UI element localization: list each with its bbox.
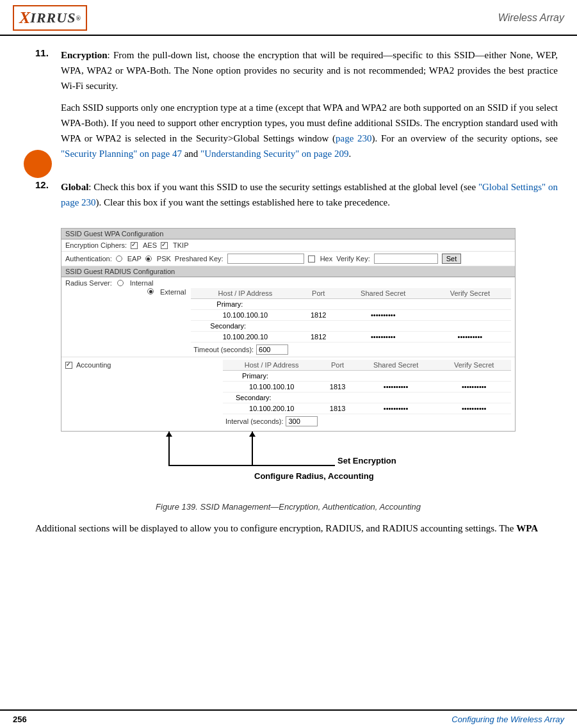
ss-verify-key-input[interactable] [374,254,438,264]
table-row: Secondary: [191,321,511,332]
arrow-h1 [252,465,335,466]
page-header: XIRRUS® Wireless Array [0,0,577,36]
ss-accounting-area: Accounting Host / IP Address Port Shared… [61,357,515,431]
item-12-text1: : Check this box if you want this SSID t… [88,182,478,192]
ss-port2-cell: 1812 [300,332,337,343]
ss-radius-server-area: Radius Server: Internal External [61,277,515,357]
ss-empty-shared1 [429,299,511,310]
logo-x-letter: X [19,8,30,28]
ss-radius-server-label: Radius Server: [65,279,112,287]
bottom-text: Additional sections will be displayed to… [35,521,558,536]
ss-empty-shared2 [429,321,511,332]
logo-registered: ® [76,15,81,22]
item-12-text2: ). Clear this box if you want the settin… [96,197,390,207]
ss-port4-cell: 1813 [320,403,354,414]
annotation-area: Set Encryption Configure Radius, Account… [61,432,516,496]
ss-psk-radio[interactable] [145,255,152,262]
ss-verify3-cell: •••••••••• [437,382,511,392]
arrow-up1 [249,432,256,437]
footer-page-number: 256 [13,715,27,724]
header-title: Wireless Array [498,12,564,24]
ss-host2-cell: 10.100.200.10 [191,332,299,343]
item-12-para1: Global: Check this box if you want this … [61,179,558,210]
item-11-text5: . [348,149,351,159]
ss-radius-table-body: Primary: 10.100.100.10 1812 •••••••••• [191,299,511,343]
figure-caption: Figure 139. SSID Management—Encryption, … [61,502,516,512]
ss-verify-key-label: Verify Key: [336,255,370,263]
ss-external-radio[interactable] [147,288,154,295]
ss-aes-checkbox[interactable] [131,242,138,249]
ss-internal-radio[interactable] [117,280,124,286]
ss-col-verify2: Verify Secret [437,360,511,371]
ss-empty-host1 [300,299,337,310]
ss-shared3-cell: •••••••••• [355,382,437,392]
ss-hex-label: Hex [320,255,333,263]
ss-external-label: External [160,288,186,296]
logo-rest: IRRUS [30,10,76,26]
ss-radius-server-row: Radius Server: Internal [65,279,511,288]
ss-empty-port1 [337,299,429,310]
item-11-link1[interactable]: page 230 [336,133,372,143]
ss-hex-checkbox[interactable] [308,255,315,263]
logo-box: XIRRUS® [13,5,87,31]
item-11-link3[interactable]: "Understanding Security" on page 209 [200,149,348,159]
content-inner: 11. Encryption: From the pull-down list,… [35,47,558,536]
ss-accounting-checkbox[interactable] [65,362,72,369]
table-row: Primary: [223,371,511,382]
ss-auth-row: Authentication: EAP PSK Preshared Key: H… [61,252,515,266]
ss-interval-row: Interval (seconds): 300 [223,414,511,428]
ss-secondary2-label: Secondary: [223,392,320,403]
table-row: 10.100.100.10 1813 •••••••••• •••••••••• [223,382,511,392]
ss-col-host: Host / IP Address [191,288,299,299]
logo-area: XIRRUS® [13,5,87,31]
ss-empty-s3 [355,371,437,382]
ss-timeout-row: Timeout (seconds): 600 [191,343,511,357]
ss-radius-table: Host / IP Address Port Shared Secret Ver… [191,288,511,343]
ss-external-area: External Host / IP Address Port Shared S… [65,288,511,357]
ss-shared1-cell: •••••••••• [337,310,429,321]
ss-auth-label: Authentication: [65,255,112,263]
table-row: 10.100.200.10 1813 •••••••••• •••••••••• [223,403,511,414]
ss-accounting-table-head: Host / IP Address Port Shared Secret Ver… [223,360,511,371]
item-11-text4: and [182,149,200,159]
ss-verify4-cell: •••••••••• [437,403,511,414]
screenshot-container: SSID Guest WPA Configuration Encryption … [61,228,558,496]
ss-psk-label: PSK [157,255,171,263]
ss-timeout-input[interactable]: 600 [256,344,288,355]
ss-col-port2: Port [320,360,354,371]
ss-empty-v3 [437,371,511,382]
ss-host1-cell: 10.100.100.10 [191,310,299,321]
ss-accounting-header-row: Host / IP Address Port Shared Secret Ver… [223,360,511,371]
ss-empty-host2 [300,321,337,332]
ss-tkip-label: TKIP [173,241,188,249]
ss-accounting-table-body: Primary: 10.100.100.10 1813 •••••••••• [223,371,511,414]
annotation-configure-radius: Configure Radius, Accounting [254,471,374,481]
ss-external-table-area: Host / IP Address Port Shared Secret Ver… [191,288,511,357]
ss-eap-radio[interactable] [116,255,122,262]
ss-col-port: Port [300,288,337,299]
ss-primary-label: Primary: [191,299,299,310]
ss-eap-label: EAP [127,255,142,263]
item-11-label: Encryption [61,50,108,60]
ss-preshared-input[interactable] [227,254,304,264]
ss-interval-input[interactable]: 300 [286,416,318,426]
item-11-link2[interactable]: "Security Planning" on page 47 [61,149,182,159]
table-row: Secondary: [223,392,511,403]
ss-col-shared: Shared Secret [337,288,429,299]
ss-empty-v4 [437,392,511,403]
ss-port3-cell: 1813 [320,382,354,392]
ss-radius-table-header-row: Host / IP Address Port Shared Secret Ver… [191,288,511,299]
table-row: Primary: [191,299,511,310]
ss-tkip-checkbox[interactable] [161,242,168,249]
item-12: 12. Global: Check this box if you want t… [35,179,558,216]
ss-empty-port2 [337,321,429,332]
ss-accounting-label: Accounting [76,361,111,369]
ss-accounting-table: Host / IP Address Port Shared Secret Ver… [223,360,511,414]
ss-verify2-cell: •••••••••• [429,332,511,343]
ss-accounting-main: Accounting Host / IP Address Port Shared… [65,360,511,428]
ss-set-button[interactable]: Set [442,254,462,264]
item-11-content: Encryption: From the pull-down list, cho… [61,47,558,168]
ss-host4-cell: 10.100.200.10 [223,403,320,414]
item-12-number: 12. [35,179,54,216]
ss-encryption-label: Encryption Ciphers: [65,241,127,249]
